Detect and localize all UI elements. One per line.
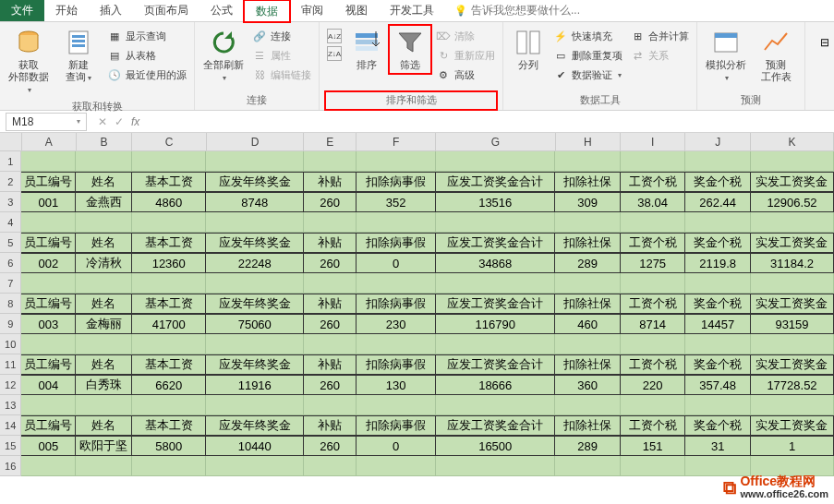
tab-file[interactable]: 文件 [0, 0, 44, 21]
row-header[interactable]: 12 [0, 375, 21, 395]
cell[interactable]: 基本工资 [132, 354, 206, 375]
row-header[interactable]: 13 [0, 395, 21, 415]
cell[interactable] [751, 395, 834, 415]
column-header-C[interactable]: C [132, 133, 206, 151]
cell[interactable]: 扣除病事假 [357, 354, 436, 375]
tab-data[interactable]: 数据 [244, 0, 290, 22]
cell[interactable]: 14457 [685, 314, 751, 334]
cell[interactable] [621, 334, 686, 354]
cell[interactable]: 12360 [132, 253, 206, 273]
cell[interactable] [555, 456, 621, 476]
row-header[interactable]: 8 [0, 294, 21, 314]
cell[interactable]: 38.04 [621, 192, 686, 212]
cell[interactable]: 289 [555, 436, 621, 456]
column-header-K[interactable]: K [751, 133, 834, 151]
cell[interactable]: 309 [555, 192, 621, 212]
cell[interactable]: 应发工资奖金合计 [436, 354, 555, 375]
group-rows-button[interactable]: ⊟ [811, 26, 834, 59]
reapply-button[interactable]: ↻重新应用 [434, 47, 497, 64]
cell[interactable]: 应发工资奖金合计 [436, 172, 555, 192]
row-header[interactable]: 2 [0, 172, 21, 192]
cell[interactable]: 补贴 [304, 354, 357, 375]
row-header[interactable]: 11 [0, 354, 21, 375]
sort-desc-button[interactable]: Z↓A [325, 45, 344, 62]
row-header[interactable]: 9 [0, 314, 21, 334]
cell[interactable] [21, 334, 76, 354]
cell[interactable]: 白秀珠 [76, 375, 132, 395]
row-header[interactable]: 3 [0, 192, 21, 212]
cell[interactable]: 41700 [132, 314, 206, 334]
cell[interactable]: 220 [621, 375, 686, 395]
tab-view[interactable]: 视图 [334, 0, 379, 21]
whatif-button[interactable]: 模拟分析 [703, 26, 749, 86]
select-all-corner[interactable] [0, 133, 22, 151]
cell[interactable]: 扣除病事假 [357, 415, 436, 436]
cell[interactable]: 001 [21, 192, 76, 212]
cell[interactable]: 93159 [751, 314, 834, 334]
tab-insert[interactable]: 插入 [89, 0, 133, 21]
connections-button[interactable]: 🔗连接 [250, 28, 313, 44]
cell[interactable] [21, 273, 76, 294]
cell[interactable]: 75060 [206, 314, 304, 334]
properties-button[interactable]: ☰属性 [250, 47, 313, 64]
accept-formula-button[interactable]: ✓ [115, 115, 124, 128]
cell[interactable]: 补贴 [304, 294, 357, 314]
sort-button[interactable]: 排序 [347, 26, 386, 73]
new-query-button[interactable]: 新建 查询 [55, 26, 102, 86]
cell[interactable]: 实发工资奖金 [751, 415, 834, 436]
cell[interactable] [621, 456, 686, 476]
cell[interactable]: 2119.8 [685, 253, 751, 273]
remove-duplicates-button[interactable]: ▭删除重复项 [551, 47, 624, 64]
cell[interactable]: 姓名 [76, 233, 132, 253]
cell[interactable]: 扣除社保 [555, 354, 621, 375]
cell[interactable] [357, 151, 436, 172]
cell[interactable]: 实发工资奖金 [751, 294, 834, 314]
column-header-J[interactable]: J [685, 133, 750, 151]
cell[interactable]: 12906.52 [751, 192, 834, 212]
cell[interactable]: 奖金个税 [685, 233, 751, 253]
cell[interactable]: 应发工资奖金合计 [436, 233, 555, 253]
cell[interactable]: 1275 [621, 253, 686, 273]
cell[interactable] [21, 456, 76, 476]
tab-layout[interactable]: 页面布局 [133, 0, 199, 21]
cell[interactable] [304, 456, 357, 476]
cell[interactable] [751, 334, 834, 354]
cell[interactable]: 工资个税 [621, 233, 686, 253]
column-header-E[interactable]: E [304, 133, 357, 151]
cell[interactable] [555, 212, 621, 233]
cell[interactable] [132, 395, 206, 415]
cell[interactable]: 实发工资奖金 [751, 354, 834, 375]
tell-me[interactable]: 告诉我您想要做什么... [445, 0, 589, 21]
cell[interactable] [357, 273, 436, 294]
flash-fill-button[interactable]: ⚡快速填充 [551, 28, 624, 44]
cell[interactable]: 应发年终奖金 [206, 172, 304, 192]
column-header-I[interactable]: I [621, 133, 685, 151]
cell[interactable] [206, 151, 304, 172]
cell[interactable] [206, 212, 304, 233]
cell[interactable] [304, 395, 357, 415]
cell[interactable] [621, 212, 686, 233]
cell[interactable]: 工资个税 [621, 354, 686, 375]
cell[interactable]: 基本工资 [132, 233, 206, 253]
cell[interactable]: 应发年终奖金 [206, 233, 304, 253]
cell[interactable] [357, 334, 436, 354]
cell[interactable]: 151 [621, 436, 686, 456]
cell[interactable]: 基本工资 [132, 172, 206, 192]
cell[interactable] [685, 273, 751, 294]
cell[interactable]: 工资个税 [621, 172, 686, 192]
cell[interactable] [555, 395, 621, 415]
cell[interactable]: 奖金个税 [685, 354, 751, 375]
cell[interactable] [304, 273, 357, 294]
cell[interactable] [132, 212, 206, 233]
column-header-A[interactable]: A [22, 133, 77, 151]
row-header[interactable]: 15 [0, 436, 21, 456]
cell[interactable] [132, 151, 206, 172]
cell[interactable]: 金燕西 [76, 192, 132, 212]
cell[interactable]: 实发工资奖金 [751, 233, 834, 253]
cell[interactable]: 奖金个税 [685, 172, 751, 192]
cell[interactable]: 260 [304, 314, 357, 334]
cell[interactable] [76, 456, 132, 476]
cell[interactable] [357, 212, 436, 233]
cell[interactable]: 欧阳于坚 [76, 436, 132, 456]
cell[interactable]: 应发年终奖金 [206, 415, 304, 436]
